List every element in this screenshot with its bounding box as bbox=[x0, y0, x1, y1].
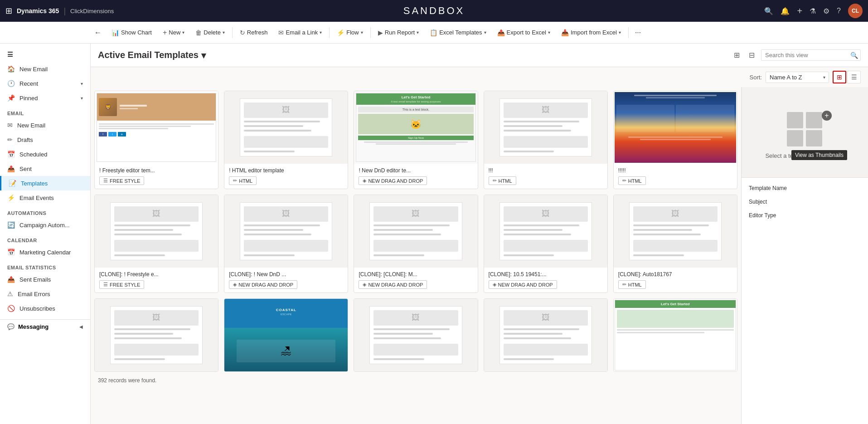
email-link-button[interactable]: ✉ Email a Link ▾ bbox=[274, 26, 326, 39]
import-excel-button[interactable]: 📥 Import from Excel ▾ bbox=[557, 26, 626, 39]
sidebar-item-campaign-auto[interactable]: 🔄 Campaign Autom... bbox=[0, 218, 90, 232]
sort-select[interactable]: Name A to Z Name Z to A Created On Modif… bbox=[766, 72, 829, 83]
sort-label: Sort: bbox=[750, 74, 762, 81]
sidebar-item-email-events[interactable]: ⚡ Email Events bbox=[0, 190, 90, 205]
email-errors-icon: ⚠ bbox=[7, 290, 13, 297]
card-badge: ✏ HTML bbox=[618, 176, 646, 185]
sidebar-item-home[interactable]: 🏠 New Email bbox=[0, 62, 90, 76]
sidebar-item-drafts[interactable]: ✏ Drafts bbox=[0, 132, 90, 147]
card-info: [CLONE]: 10.5 19451:... ◈ NEW DRAG AND D… bbox=[484, 268, 607, 292]
badge-label: HTML bbox=[499, 178, 512, 184]
flow-button[interactable]: ⚡ Flow ▾ bbox=[332, 26, 367, 39]
template-card-card3[interactable]: Let's Get Started A test email template … bbox=[354, 91, 478, 189]
sidebar-item-messaging[interactable]: 💬 Messaging ◀ bbox=[0, 319, 90, 334]
template-card-card10[interactable]: 🖼 [CLONE]: Auto181767 ✏ HTML bbox=[613, 195, 737, 293]
notification-icon[interactable]: 🔔 bbox=[781, 7, 790, 15]
template-card-card2[interactable]: 🖼 ! HTML editor template ✏ HTML bbox=[224, 91, 348, 189]
help-icon[interactable]: ? bbox=[837, 7, 841, 15]
excel-templates-dropdown-arrow[interactable]: ▾ bbox=[484, 30, 486, 35]
sidebar-item-pinned[interactable]: 📌 Pinned ▾ bbox=[0, 91, 90, 105]
user-avatar[interactable]: CL bbox=[848, 4, 863, 18]
card-info: ! Freestyle editor tem... ☰ FREE STYLE bbox=[95, 164, 218, 189]
badge-label: FREE STYLE bbox=[110, 178, 140, 184]
flow-dropdown-arrow[interactable]: ▾ bbox=[361, 30, 363, 35]
template-card-card6[interactable]: 🖼 [CLONE]: ! Freestyle e... ☰ FREE STYLE bbox=[94, 195, 218, 293]
grid-view-button[interactable]: ⊞ bbox=[833, 71, 846, 83]
sidebar-item-new-email[interactable]: ✉ New Email bbox=[0, 118, 90, 132]
recent-chevron: ▾ bbox=[81, 81, 83, 86]
add-icon[interactable]: + bbox=[797, 6, 802, 16]
filter-view-icon[interactable]: ⊟ bbox=[746, 49, 757, 61]
sidebar-item-sent[interactable]: 📤 Sent bbox=[0, 161, 90, 176]
search-view-wrapper: 🔍 bbox=[761, 49, 861, 61]
card-info: [CLONE]: Auto181767 ✏ HTML bbox=[614, 268, 737, 292]
template-card-card5[interactable]: !!!!! ✏ HTML bbox=[613, 91, 737, 189]
refresh-label: Refresh bbox=[247, 29, 268, 36]
badge-icon: ◈ bbox=[493, 282, 496, 288]
template-card-card15[interactable]: Let's Get Started bbox=[613, 298, 737, 372]
refresh-button[interactable]: ↻ Refresh bbox=[235, 26, 272, 39]
hamburger-icon: ☰ bbox=[7, 51, 13, 58]
excel-templates-button[interactable]: 📋 Excel Templates ▾ bbox=[425, 26, 490, 39]
sidebar-item-unsubscribes[interactable]: 🚫 Unsubscribes bbox=[0, 301, 90, 316]
template-card-card4[interactable]: 🖼 !!! ✏ HTML bbox=[484, 91, 608, 189]
view-toggle-icon[interactable]: ⊞ bbox=[731, 49, 742, 61]
sidebar-item-marketing-cal[interactable]: 📅 Marketing Calendar bbox=[0, 245, 90, 259]
template-card-card12[interactable]: COASTAL ESCAPE 🏖 bbox=[224, 298, 348, 372]
run-report-button[interactable]: ▶ Run Report ▾ bbox=[373, 26, 423, 39]
cards-panel-scroll: 🦁 f t in bbox=[91, 87, 741, 424]
show-chart-button[interactable]: 📊 Show Chart bbox=[107, 26, 156, 39]
card-info: [CLONE]: ! New DnD ... ◈ NEW DRAG AND DR… bbox=[224, 268, 348, 292]
sidebar-item-templates[interactable]: 📝 Templates bbox=[0, 176, 90, 190]
preview-panel: + Select a template to view here Templat… bbox=[741, 87, 868, 424]
view-title-chevron[interactable]: ▾ bbox=[201, 50, 206, 61]
new-button[interactable]: + New ▾ bbox=[158, 26, 189, 39]
more-icon: ⋯ bbox=[635, 29, 641, 36]
settings-icon[interactable]: ⚙ bbox=[823, 7, 829, 15]
search-icon[interactable]: 🔍 bbox=[764, 7, 773, 15]
sidebar-item-sent-emails[interactable]: 📤 Sent Emails bbox=[0, 272, 90, 287]
apps-icon[interactable]: ⊞ bbox=[5, 6, 12, 16]
new-email-label: New Email bbox=[17, 122, 45, 129]
messaging-label: Messaging bbox=[18, 323, 48, 330]
card-title: [CLONE]: 10.5 19451:... bbox=[489, 271, 603, 278]
more-button[interactable]: ⋯ bbox=[631, 26, 645, 39]
template-card-card8[interactable]: 🖼 [CLONE]: [CLONE]: M... ◈ NEW DRAG AND … bbox=[354, 195, 478, 293]
pinned-chevron: ▾ bbox=[81, 96, 83, 101]
content-area: Active Email Templates ▾ ⊞ ⊟ 🔍 Sort: Nam… bbox=[91, 44, 868, 424]
search-view-input[interactable] bbox=[761, 49, 861, 61]
nav-left: ⊞ Dynamics 365 | ClickDimensions bbox=[5, 6, 114, 16]
email-events-icon: ⚡ bbox=[7, 194, 15, 201]
badge-icon: ✏ bbox=[493, 178, 497, 184]
sent-label: Sent bbox=[19, 166, 32, 172]
delete-dropdown-arrow[interactable]: ▾ bbox=[223, 30, 225, 35]
import-excel-dropdown-arrow[interactable]: ▾ bbox=[619, 30, 621, 35]
export-excel-dropdown-arrow[interactable]: ▾ bbox=[548, 30, 550, 35]
export-excel-button[interactable]: 📤 Export to Excel ▾ bbox=[493, 26, 555, 39]
run-report-dropdown-arrow[interactable]: ▾ bbox=[417, 30, 419, 35]
back-button[interactable]: ← bbox=[91, 27, 105, 39]
new-dropdown-arrow[interactable]: ▾ bbox=[182, 30, 184, 35]
template-card-card13[interactable]: 🖼 bbox=[354, 298, 478, 372]
template-card-card7[interactable]: 🖼 [CLONE]: ! New DnD ... ◈ NEW DRAG AND … bbox=[224, 195, 348, 293]
email-link-dropdown-arrow[interactable]: ▾ bbox=[320, 30, 322, 35]
filter-icon[interactable]: ⚗ bbox=[810, 7, 816, 15]
top-navigation: ⊞ Dynamics 365 | ClickDimensions SANDBOX… bbox=[0, 0, 868, 22]
sidebar-item-scheduled[interactable]: 📅 Scheduled bbox=[0, 147, 90, 161]
sidebar-collapse-button[interactable]: ☰ bbox=[0, 47, 90, 62]
delete-button[interactable]: 🗑 Delete ▾ bbox=[191, 26, 229, 39]
card-info: [CLONE]: [CLONE]: M... ◈ NEW DRAG AND DR… bbox=[354, 268, 477, 292]
template-card-card9[interactable]: 🖼 [CLONE]: 10.5 19451:... ◈ NEW DRAG AND… bbox=[484, 195, 608, 293]
template-card-card1[interactable]: 🦁 f t in bbox=[94, 91, 218, 189]
template-card-card14[interactable]: 🖼 bbox=[484, 298, 608, 372]
scheduled-icon: 📅 bbox=[7, 151, 15, 158]
new-email-icon: ✉ bbox=[7, 122, 13, 129]
sidebar-item-email-errors[interactable]: ⚠ Email Errors bbox=[0, 287, 90, 301]
sidebar-item-recent[interactable]: 🕐 Recent ▾ bbox=[0, 76, 90, 91]
template-card-card11[interactable]: 🖼 bbox=[94, 298, 218, 372]
list-view-icon: ☰ bbox=[851, 73, 857, 81]
marketing-cal-icon: 📅 bbox=[7, 249, 15, 256]
campaign-auto-icon: 🔄 bbox=[7, 221, 15, 229]
view-as-thumbnails-tooltip: View as Thumbnails bbox=[791, 150, 847, 160]
list-view-button[interactable]: ☰ bbox=[847, 71, 861, 83]
